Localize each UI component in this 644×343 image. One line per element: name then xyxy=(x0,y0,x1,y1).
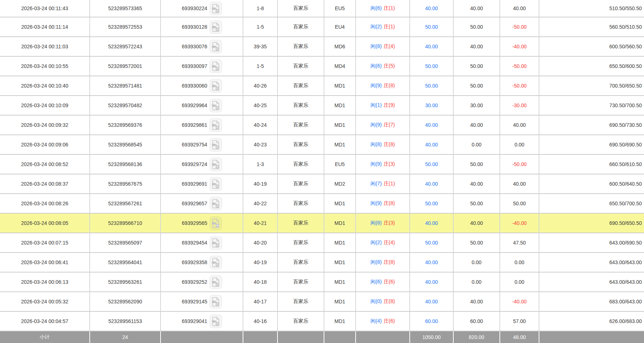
cell-order-no: 523289565097 xyxy=(90,233,161,253)
table-row[interactable]: 2026-03-24 00:09:06 523289568545 6939297… xyxy=(0,135,644,154)
cell-valid-bet: 0.00 xyxy=(453,272,500,292)
cell-game-type: 百家乐 xyxy=(278,194,324,213)
banker-result: 庄(3) xyxy=(384,161,395,167)
video-replay-button[interactable] xyxy=(210,118,222,132)
cell-time: 2026-03-24 00:11:03 xyxy=(0,37,90,56)
subtotal-win-loss-total: 48.00 xyxy=(500,331,539,343)
player-result: 闲(4) xyxy=(370,318,382,324)
player-result: 闲(9) xyxy=(370,82,382,88)
cell-time: 2026-03-24 00:10:55 xyxy=(0,56,90,76)
video-file-icon xyxy=(211,257,220,267)
video-replay-button[interactable] xyxy=(210,20,222,34)
cell-table-code: MD1 xyxy=(324,311,356,331)
cell-result: 闲(0)庄(8) xyxy=(356,292,410,311)
cell-balance: 690.50/650.50 xyxy=(539,213,644,233)
video-replay-button[interactable] xyxy=(210,256,222,269)
subtotal-label: 小计 xyxy=(0,331,90,343)
table-row[interactable]: 2026-03-24 00:09:32 523289569376 6939298… xyxy=(0,115,644,135)
cell-table-code: MD1 xyxy=(324,194,356,213)
cell-game-no: 693929754 xyxy=(182,142,207,148)
video-replay-button[interactable] xyxy=(210,315,222,328)
cell-table-code: MD1 xyxy=(324,135,356,154)
cell-result: 闲(4)庄(6) xyxy=(356,311,410,331)
cell-balance: 560.50/510.50 xyxy=(539,17,644,37)
cell-time: 2026-03-24 00:09:06 xyxy=(0,135,90,154)
cell-game-no: 693930076 xyxy=(182,44,207,49)
table-row[interactable]: 2026-03-24 00:11:43 523289573365 6939302… xyxy=(0,0,644,17)
cell-balance: 600.50/560.50 xyxy=(539,37,644,56)
table-row[interactable]: 2026-03-24 00:06:13 523289563261 6939292… xyxy=(0,272,644,292)
table-row[interactable]: 2026-03-24 00:11:14 523289572553 6939301… xyxy=(0,17,644,37)
cell-order-no: 523289563261 xyxy=(90,272,161,292)
cell-time: 2026-03-24 00:11:43 xyxy=(0,0,90,17)
cell-balance: 643.00/643.00 xyxy=(539,253,644,272)
cell-table-code: MD1 xyxy=(324,253,356,272)
cell-game: 693930097 xyxy=(161,56,243,76)
cell-valid-bet: 50.00 xyxy=(453,17,500,37)
banker-result: 庄(3) xyxy=(384,220,395,226)
table-row[interactable]: 2026-03-24 00:05:32 523289562090 6939291… xyxy=(0,292,644,311)
cell-round: 40-25 xyxy=(243,96,278,115)
video-replay-button[interactable] xyxy=(210,60,222,73)
video-replay-button[interactable] xyxy=(210,2,222,15)
player-result: 闲(7) xyxy=(370,181,382,186)
cell-game-type: 百家乐 xyxy=(278,253,324,272)
video-replay-button[interactable] xyxy=(210,99,222,112)
cell-win-loss: 0.00 xyxy=(500,272,539,292)
cell-balance: 690.50/690.50 xyxy=(539,135,644,154)
player-result: 闲(8) xyxy=(370,141,382,147)
table-row[interactable]: 2026-03-24 00:04:57 523289561153 6939290… xyxy=(0,311,644,331)
cell-balance: 626.00/683.00 xyxy=(539,311,644,331)
cell-round: 40-20 xyxy=(243,233,278,253)
banker-result: 庄(8) xyxy=(384,200,395,206)
cell-valid-bet: 30.00 xyxy=(453,96,500,115)
table-row[interactable]: 2026-03-24 00:08:26 523289567261 6939296… xyxy=(0,194,644,213)
cell-game-no: 693929691 xyxy=(182,181,207,187)
table-row[interactable]: 2026-03-24 00:11:03 523289572243 6939300… xyxy=(0,37,644,56)
cell-time: 2026-03-24 00:10:09 xyxy=(0,96,90,115)
cell-win-loss: 40.00 xyxy=(500,174,539,194)
table-row[interactable]: 2026-03-24 00:10:55 523289572001 6939300… xyxy=(0,56,644,76)
player-result: 闲(2) xyxy=(370,24,382,29)
video-replay-button[interactable] xyxy=(210,138,222,152)
cell-round: 1-5 xyxy=(243,56,278,76)
cell-game: 693929861 xyxy=(161,115,243,135)
table-row[interactable]: 2026-03-24 00:10:40 523289571481 6939300… xyxy=(0,76,644,96)
cell-game-no: 693929657 xyxy=(182,201,207,206)
cell-time: 2026-03-24 00:08:26 xyxy=(0,194,90,213)
cell-valid-bet: 0.00 xyxy=(453,135,500,154)
video-replay-button[interactable] xyxy=(210,236,222,250)
cell-result: 闲(8)庄(4) xyxy=(356,37,410,56)
bet-history-screen: 2026-03-24 00:11:43 523289573365 6939302… xyxy=(0,0,644,343)
table-row[interactable]: 2026-03-24 00:06:41 523289564041 6939293… xyxy=(0,253,644,272)
cell-table-code: EU5 xyxy=(324,154,356,174)
cell-game: 693929454 xyxy=(161,233,243,253)
cell-balance: 510.50/550.50 xyxy=(539,0,644,17)
cell-win-loss: -50.00 xyxy=(500,154,539,174)
cell-time: 2026-03-24 00:11:14 xyxy=(0,17,90,37)
cell-bet: 50.00 xyxy=(410,17,453,37)
cell-game: 693930224 xyxy=(161,0,243,17)
video-replay-button[interactable] xyxy=(210,177,222,191)
video-replay-button[interactable] xyxy=(210,275,222,289)
video-replay-button[interactable] xyxy=(210,79,222,93)
cell-valid-bet: 40.00 xyxy=(453,37,500,56)
table-row[interactable]: 2026-03-24 00:08:52 523289568136 6939297… xyxy=(0,154,644,174)
cell-result: 闲(6)庄(5) xyxy=(356,56,410,76)
player-result: 闲(8) xyxy=(370,220,382,226)
cell-order-no: 523289562090 xyxy=(90,292,161,311)
video-replay-button[interactable] xyxy=(210,197,222,210)
video-file-icon xyxy=(211,140,220,150)
cell-game-type: 百家乐 xyxy=(278,0,324,17)
cell-game-type: 百家乐 xyxy=(278,135,324,154)
video-replay-button[interactable] xyxy=(210,295,222,308)
table-row[interactable]: 2026-03-24 00:10:09 523289570482 6939299… xyxy=(0,96,644,115)
video-replay-button[interactable] xyxy=(210,217,222,230)
cell-order-no: 523289572553 xyxy=(90,17,161,37)
video-file-icon xyxy=(211,159,220,169)
table-row[interactable]: 2026-03-24 00:07:15 523289565097 6939294… xyxy=(0,233,644,253)
table-row[interactable]: 2026-03-24 00:08:05 523289566710 6939295… xyxy=(0,213,644,233)
video-replay-button[interactable] xyxy=(210,40,222,53)
table-row[interactable]: 2026-03-24 00:08:37 523289567675 6939296… xyxy=(0,174,644,194)
video-replay-button[interactable] xyxy=(210,158,222,171)
